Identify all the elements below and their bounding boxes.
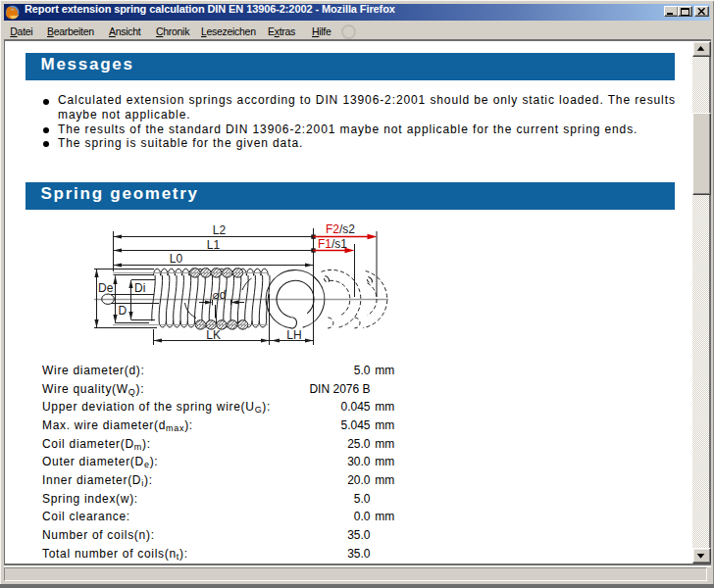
svg-text:D: D: [119, 304, 128, 318]
svg-text:Di: Di: [134, 281, 145, 295]
svg-text:LK: LK: [206, 328, 221, 342]
svg-text:⌀d: ⌀d: [213, 288, 227, 302]
svg-text:F2/s2: F2/s2: [326, 222, 355, 236]
svg-text:L0: L0: [170, 252, 183, 266]
svg-text:L1: L1: [207, 238, 221, 252]
svg-text:LH: LH: [286, 328, 301, 342]
svg-text:De: De: [98, 281, 114, 295]
svg-text:L2: L2: [213, 223, 227, 237]
svg-text:F1/s1: F1/s1: [318, 237, 347, 251]
